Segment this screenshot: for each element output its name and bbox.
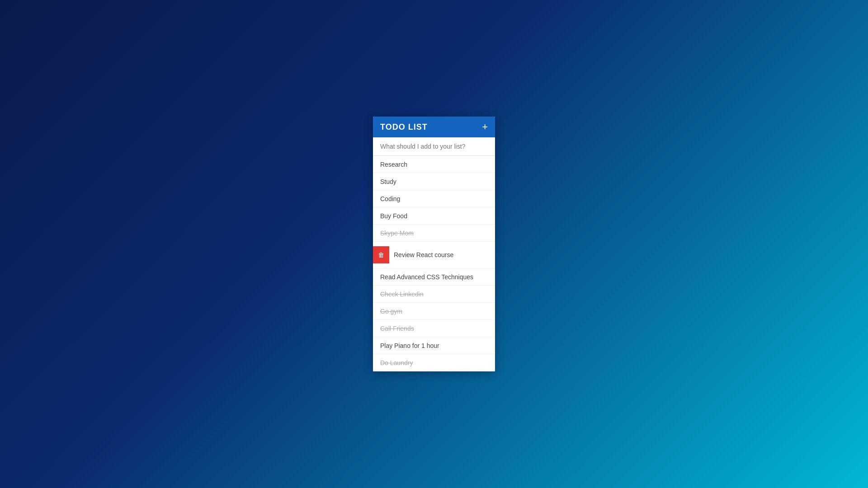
todo-item-text: Buy Food [380, 212, 407, 220]
todo-widget: TODO LIST + ResearchStudyCodingBuy FoodS… [373, 117, 495, 371]
list-item[interactable]: Check Linkedin [373, 286, 495, 303]
list-item[interactable]: Buy Food [373, 207, 495, 225]
list-item[interactable]: Coding [373, 190, 495, 207]
todo-item-text: Research [380, 161, 407, 168]
list-item[interactable]: Read Advanced CSS Techniques [373, 268, 495, 286]
add-todo-button[interactable]: + [482, 122, 488, 132]
list-item[interactable]: Call Friends [373, 320, 495, 337]
todo-list: ResearchStudyCodingBuy FoodSkype Mom🗑Rev… [373, 156, 495, 371]
list-item[interactable]: 🗑Review React course [373, 242, 495, 268]
todo-item-text: Skype Mom [380, 230, 414, 237]
list-item[interactable]: Study [373, 173, 495, 190]
todo-item-text: Check Linkedin [380, 291, 424, 298]
todo-item-text: Do Laundry [380, 359, 413, 366]
todo-input[interactable] [373, 137, 495, 156]
list-item[interactable]: Go gym [373, 303, 495, 320]
todo-item-text: Call Friends [380, 325, 414, 332]
todo-item-text: Coding [380, 195, 400, 202]
list-item[interactable]: Do Laundry [373, 354, 495, 371]
todo-item-text: Read Advanced CSS Techniques [380, 273, 473, 281]
delete-button[interactable]: 🗑 [373, 246, 389, 263]
todo-item-text: Review React course [394, 251, 453, 258]
trash-icon: 🗑 [378, 251, 384, 258]
list-item[interactable]: Play Piano for 1 hour [373, 337, 495, 354]
todo-header: TODO LIST + [373, 117, 495, 137]
list-item[interactable]: Skype Mom [373, 225, 495, 242]
todo-item-text: Play Piano for 1 hour [380, 342, 439, 349]
todo-title: TODO LIST [380, 122, 428, 132]
list-item[interactable]: Research [373, 156, 495, 173]
todo-item-text: Go gym [380, 308, 402, 315]
todo-item-text: Study [380, 178, 396, 185]
